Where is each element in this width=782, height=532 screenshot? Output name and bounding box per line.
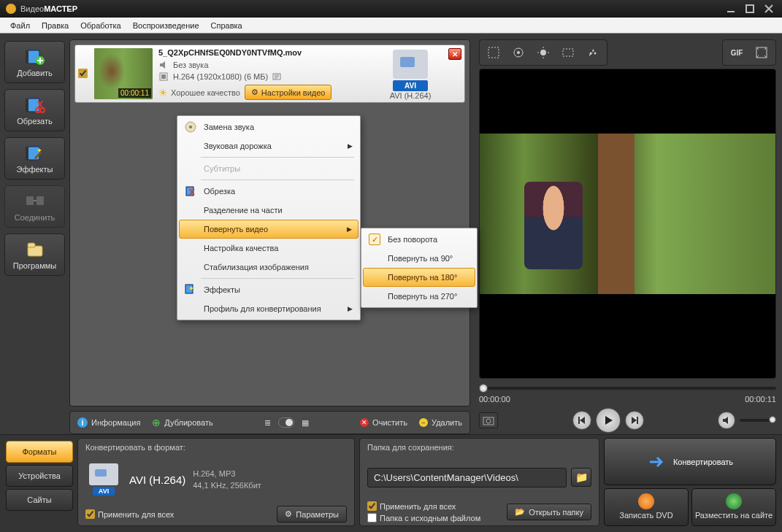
gear-icon: ⚙: [285, 509, 292, 519]
crop-tool-button[interactable]: [483, 43, 505, 62]
maximize-button[interactable]: [743, 4, 757, 14]
add-icon: [24, 47, 46, 67]
seek-bar[interactable]: [479, 383, 776, 393]
svg-rect-16: [28, 243, 35, 247]
burn-dvd-button[interactable]: Записать DVD: [604, 488, 689, 526]
rotate-90[interactable]: Повернуть на 90°: [363, 249, 475, 268]
settings-label: Настройки видео: [261, 88, 326, 97]
add-button[interactable]: Добавить: [4, 41, 65, 83]
view-toggle[interactable]: [278, 417, 294, 428]
trim-tool-button[interactable]: [557, 43, 579, 62]
menu-process[interactable]: Обработка: [74, 20, 126, 31]
add-label: Добавить: [17, 69, 53, 77]
video-settings-button[interactable]: ⚙ Настройки видео: [245, 85, 332, 100]
format-row[interactable]: AVI AVI (H.264) H.264, MP3 44,1 KHz, 256…: [85, 456, 347, 503]
ctx-quality[interactable]: Настройка качества: [179, 239, 359, 258]
title-text-1: Видео: [20, 4, 44, 13]
crop-icon: [183, 184, 198, 198]
effects-button[interactable]: Эффекты: [4, 137, 65, 180]
clear-icon: ✕: [360, 418, 369, 427]
ctx-split[interactable]: Разделение на части: [179, 201, 359, 220]
fx-icon: [183, 282, 198, 297]
file-thumbnail[interactable]: 00:00:11: [94, 48, 153, 99]
volume-slider[interactable]: [740, 419, 776, 422]
volume-button[interactable]: [718, 412, 735, 429]
ctx-audio-track[interactable]: Звуковая дорожка▶: [179, 136, 359, 155]
browse-folder-button[interactable]: 📁: [571, 468, 591, 487]
circle-tool-button[interactable]: [507, 43, 529, 62]
svg-point-29: [590, 53, 592, 55]
upload-button[interactable]: Разместить на сайте: [691, 488, 776, 526]
info-button[interactable]: iИнформация: [77, 417, 140, 428]
file-checkbox[interactable]: [78, 69, 88, 78]
view-grid-icon[interactable]: ▦: [302, 418, 309, 428]
clear-button[interactable]: ✕Очистить: [360, 418, 407, 427]
menu-play[interactable]: Воспроизведение: [127, 20, 205, 31]
ctx-separator: [201, 157, 354, 158]
brightness-tool-button[interactable]: [532, 43, 554, 62]
ctx-crop[interactable]: Обрезка: [179, 182, 359, 201]
info-link-icon[interactable]: [272, 72, 283, 82]
programs-button[interactable]: Программы: [4, 234, 65, 276]
ctx-replace-audio[interactable]: Замена звука: [179, 117, 359, 136]
play-button[interactable]: [596, 408, 621, 433]
dual-row: Записать DVD Разместить на сайте: [604, 488, 776, 526]
menu-file[interactable]: Файл: [4, 20, 36, 31]
apply-all-format[interactable]: Применить для всех: [85, 509, 174, 519]
tab-formats[interactable]: Форматы: [6, 441, 73, 463]
ctx-effects[interactable]: Эффекты: [179, 280, 359, 299]
rotate-none[interactable]: ✓Без поворота: [363, 230, 475, 249]
preview-frame: [480, 134, 775, 294]
menu-help[interactable]: Справка: [205, 20, 248, 31]
prev-button[interactable]: [572, 411, 591, 430]
tab-sites[interactable]: Сайты: [6, 489, 73, 511]
remove-file-button[interactable]: ✕: [448, 48, 461, 60]
save-path-input[interactable]: C:\Users\ContentManager\Videos\: [367, 468, 567, 487]
tab-devices[interactable]: Устройства: [6, 465, 73, 487]
audio-line: Без звука: [158, 60, 375, 70]
ctx-profile[interactable]: Профиль для конвертирования▶: [179, 299, 359, 318]
close-button[interactable]: [762, 4, 776, 14]
apply-all-save[interactable]: Применить для всех: [367, 501, 480, 511]
open-folder-label: Открыть папку: [529, 508, 583, 517]
params-button[interactable]: ⚙Параметры: [277, 506, 347, 523]
minimize-button[interactable]: [724, 4, 738, 14]
volume-thumb[interactable]: [769, 416, 776, 423]
speed-tool-button[interactable]: [582, 43, 604, 62]
gif-button[interactable]: GIF: [726, 43, 748, 62]
snapshot-button[interactable]: [479, 412, 498, 428]
clear-label: Очистить: [372, 418, 407, 427]
effects-label: Эффекты: [16, 165, 53, 174]
ctx-stabilize[interactable]: Стабилизация изображения: [179, 258, 359, 277]
file-row[interactable]: 00:00:11 5_Q2XpCHNfSEQ0NDY0NTVfMQ.mov Бе…: [74, 45, 465, 103]
ctx-separator: [201, 180, 354, 180]
avi-badge: AVI: [93, 487, 115, 496]
delete-button[interactable]: −Удалить: [419, 418, 462, 427]
rotate-270[interactable]: Повернуть на 270°: [363, 287, 475, 306]
ctx-split-label: Разделение на части: [204, 206, 283, 215]
apply-all-format-checkbox[interactable]: [85, 509, 95, 519]
codec-line: H.264 (1920x1080) (6 МБ): [158, 72, 375, 82]
ctx-rotate[interactable]: Повернуть видео▶: [179, 220, 359, 239]
join-button[interactable]: Соединить: [4, 185, 65, 228]
dup-label: Дублировать: [164, 418, 212, 427]
same-folder-checkbox[interactable]: [367, 513, 377, 523]
seek-thumb[interactable]: [479, 384, 488, 393]
preview-viewport[interactable]: [479, 69, 776, 379]
chevron-right-icon: ▶: [347, 225, 352, 233]
view-list-icon[interactable]: ≣: [264, 418, 271, 428]
rotate-270-label: Повернуть на 270°: [388, 292, 457, 301]
menu-edit[interactable]: Правка: [36, 20, 74, 31]
next-button[interactable]: [625, 411, 644, 430]
output-glyph[interactable]: AVI: [393, 50, 428, 91]
same-folder[interactable]: Папка с исходным файлом: [367, 513, 480, 523]
cut-button[interactable]: Обрезать: [4, 89, 65, 131]
convert-button[interactable]: Конвертировать: [604, 438, 776, 485]
open-folder-button[interactable]: 📂Открыть папку: [507, 504, 591, 520]
camera-icon: [393, 50, 428, 79]
apply-all-save-checkbox[interactable]: [367, 501, 377, 511]
camera-icon: [89, 463, 118, 485]
duplicate-button[interactable]: ⊕Дублировать: [152, 417, 212, 428]
fullscreen-button[interactable]: [751, 43, 773, 62]
rotate-180[interactable]: Повернуть на 180°: [363, 268, 475, 287]
